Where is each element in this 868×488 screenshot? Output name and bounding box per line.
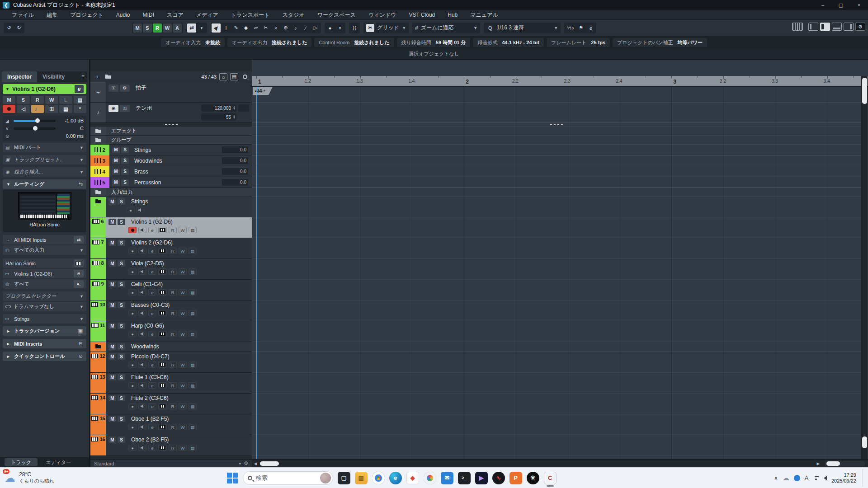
track-edit-channel-button[interactable]: e bbox=[148, 268, 156, 275]
event-lane[interactable] bbox=[252, 145, 861, 155]
mail-icon[interactable]: ✉ bbox=[441, 472, 453, 484]
midi-input-select[interactable]: → All MIDI Inputs ⇄ bbox=[3, 235, 86, 244]
track-read-button[interactable]: R bbox=[169, 289, 177, 296]
track-record-button[interactable]: ● bbox=[128, 382, 137, 389]
track-solo-button[interactable]: S bbox=[118, 374, 125, 380]
band-mute-button[interactable]: M bbox=[108, 343, 116, 350]
scroll-right-arrow[interactable]: ▶ bbox=[815, 461, 822, 466]
group-mute-button[interactable]: M bbox=[112, 179, 120, 186]
channel-filter-select[interactable]: ◎ すべて ●. bbox=[3, 279, 86, 289]
event-lane[interactable] bbox=[252, 414, 861, 435]
track-write-button[interactable]: W bbox=[179, 403, 187, 409]
track-edit-channel-button[interactable]: e bbox=[148, 248, 156, 254]
event-lane[interactable] bbox=[252, 321, 861, 342]
midi-track-main[interactable]: MSOboe 1 (B2-F5)●eRW▤ bbox=[106, 414, 252, 435]
group-track-5[interactable]: 5MSPercussion0.0 bbox=[90, 177, 252, 188]
automation-w-button[interactable]: W bbox=[163, 23, 172, 33]
timeline-ruler[interactable]: 11.21.31.422.22.32.433.23.33.4 bbox=[252, 76, 868, 87]
track-record-button[interactable]: ● bbox=[128, 289, 137, 296]
track-solo-button[interactable]: S bbox=[118, 239, 125, 246]
band-solo-button[interactable]: S bbox=[118, 343, 125, 350]
musical-timebase-icon[interactable]: ♩ bbox=[31, 105, 44, 113]
instrument-select[interactable]: HALion Sonic bbox=[3, 258, 86, 268]
write-automation-button[interactable]: W bbox=[45, 96, 58, 104]
track-record-button[interactable]: ● bbox=[128, 310, 137, 316]
output-patch-select[interactable]: ↦ Violins 1 (G2-D6) e bbox=[3, 269, 86, 278]
chrome-icon[interactable] bbox=[372, 472, 385, 484]
track-mute-button[interactable]: M bbox=[108, 302, 116, 308]
track-edit-channel-button[interactable]: e bbox=[148, 289, 156, 296]
event-lane[interactable] bbox=[252, 103, 861, 123]
tempo-aux-spinner[interactable]: 55▲▼ bbox=[201, 113, 236, 121]
listen-button[interactable]: L bbox=[59, 96, 72, 104]
ime-icon[interactable]: A bbox=[805, 475, 808, 481]
track-lanes[interactable] bbox=[252, 87, 861, 459]
show-desktop-button[interactable] bbox=[863, 469, 864, 487]
menu-item-11[interactable]: VST Cloud bbox=[402, 10, 441, 20]
track-mute-button[interactable]: M bbox=[108, 239, 116, 246]
track-open-instrument-button[interactable] bbox=[158, 268, 167, 275]
track-read-button[interactable]: R bbox=[169, 424, 177, 430]
bandlab-icon[interactable]: ∿ bbox=[492, 472, 505, 484]
track-open-instrument-button[interactable] bbox=[158, 310, 167, 316]
midi-track-14[interactable]: 14MSFlute 2 (C3-C6)●eRW▤ bbox=[90, 394, 252, 414]
erase-tool[interactable]: ▱ bbox=[251, 23, 260, 33]
track-monitor-button[interactable] bbox=[138, 445, 146, 451]
volume-icon[interactable] bbox=[824, 476, 827, 480]
insert-recording-select[interactable]: ◉ 録音を挿入...▼ bbox=[3, 167, 86, 177]
presentation-app-icon[interactable]: P bbox=[509, 472, 522, 484]
group-solo-button[interactable]: S bbox=[121, 158, 129, 164]
menu-item-9[interactable]: ワークスペース bbox=[311, 10, 362, 20]
lens-app-icon[interactable] bbox=[424, 472, 436, 484]
track-monitor-button[interactable] bbox=[138, 268, 146, 275]
channel-dots-icon[interactable]: ●. bbox=[74, 280, 84, 288]
track-edit-channel-button[interactable]: e bbox=[148, 310, 156, 316]
output-bus-select[interactable]: ↦ Strings▼ bbox=[3, 314, 86, 324]
track-write-button[interactable]: W bbox=[179, 331, 187, 337]
track-read-button[interactable]: R bbox=[169, 331, 177, 337]
track-mute-button[interactable]: M bbox=[108, 416, 116, 422]
snap-toggle-icon[interactable]: ⟩⟨ bbox=[350, 23, 359, 33]
redo-button[interactable]: ↻ bbox=[14, 23, 24, 33]
color-tool[interactable]: ● bbox=[326, 23, 335, 33]
horizontal-zoom-slider[interactable] bbox=[825, 461, 865, 466]
midi-track-11[interactable]: 11MSHarp (C0-G6)●eRW▤ bbox=[90, 321, 252, 342]
maximize-button[interactable]: ▢ bbox=[832, 0, 850, 10]
event-display[interactable]: 11.21.31.422.22.32.433.23.33.4 ▾ 4/4+ ▼ … bbox=[252, 60, 868, 467]
photos-icon[interactable]: ◆ bbox=[406, 472, 419, 484]
pan-slider[interactable] bbox=[14, 127, 56, 130]
track-lane-display-button[interactable]: ▤ bbox=[189, 331, 197, 337]
midi-track-main[interactable]: MSViolins 1 (G2-D6)eRW▤ bbox=[106, 217, 252, 238]
track-solo-button[interactable]: S bbox=[118, 219, 125, 225]
menu-item-5[interactable]: スコア bbox=[160, 10, 190, 20]
midi-track-main[interactable]: MSOboe 2 (B2-F5)●eRW▤ bbox=[106, 435, 252, 455]
track-solo-button[interactable]: S bbox=[118, 395, 125, 401]
range-selection-tool[interactable]: I bbox=[222, 23, 231, 33]
edit-channel-button[interactable]: e bbox=[75, 85, 84, 93]
track-monitor-button[interactable] bbox=[138, 310, 146, 316]
search-box[interactable]: 検索 bbox=[243, 471, 333, 485]
transport-keyboard-icon[interactable] bbox=[792, 23, 803, 31]
close-button[interactable]: × bbox=[850, 0, 868, 10]
track-monitor-button[interactable] bbox=[138, 424, 146, 430]
track-mute-button[interactable]: M bbox=[108, 436, 116, 443]
track-read-button[interactable]: R bbox=[169, 361, 177, 368]
timebase-icon[interactable]: ▤ bbox=[74, 96, 86, 104]
menu-item-3[interactable]: Audio bbox=[110, 10, 137, 20]
track-read-button[interactable]: R bbox=[169, 268, 177, 275]
swing-icon[interactable]: ⅒ bbox=[565, 23, 576, 33]
midi-track-main[interactable]: MSBasses (C0-C3)●eRW▤ bbox=[106, 300, 252, 321]
track-write-button[interactable]: W bbox=[179, 310, 187, 316]
track-lane-display-button[interactable]: ▤ bbox=[189, 310, 197, 316]
lower-zone-toggle[interactable] bbox=[832, 23, 842, 31]
automation-s-button[interactable]: S bbox=[143, 23, 152, 33]
object-selection-tool[interactable]: ▶ bbox=[212, 23, 221, 33]
midi-track-main[interactable]: MSCelli (C1-G4)●eRW▤ bbox=[106, 280, 252, 300]
track-record-button[interactable] bbox=[128, 227, 137, 233]
track-record-button[interactable]: ● bbox=[128, 248, 137, 254]
track-lane-display-button[interactable]: ▤ bbox=[189, 268, 197, 275]
folder-band-Strings[interactable]: MSStrings● bbox=[90, 197, 252, 217]
halion-sonic-thumbnail[interactable] bbox=[18, 192, 71, 220]
grid-type-select[interactable]: # ズームに適応▼ bbox=[412, 23, 480, 33]
event-lane[interactable] bbox=[252, 166, 861, 177]
